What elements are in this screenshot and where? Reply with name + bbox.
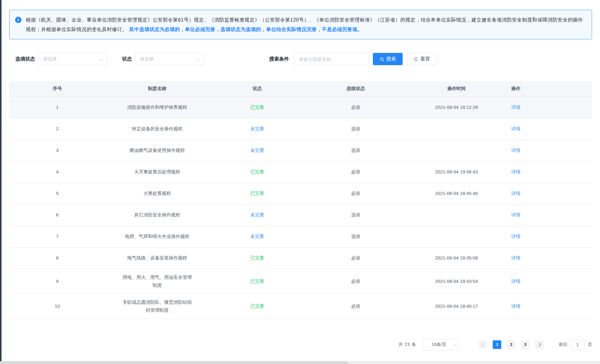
page-size-value: 10条/页 [432,342,446,347]
detail-link[interactable]: 详情 [511,191,520,196]
page-button[interactable]: 2 [507,340,515,349]
row-fill: 选填 [305,226,406,247]
detail-link[interactable]: 详情 [511,279,520,284]
detail-link[interactable]: 详情 [511,234,520,239]
goto-label: 前往 [559,342,567,347]
goto-input[interactable] [570,340,585,350]
row-index: 6 [9,204,105,226]
goto-page: 前往 页 [559,340,592,350]
column-header-fill: 选填状态 [305,81,406,97]
scrollbar-thumb[interactable] [0,361,348,364]
row-fill: 选填 [305,204,406,226]
table-row: 9 用电、用火、用气、用油安全管理制度 已完善 必填 2021-06-04 19… [9,269,592,294]
fill-status-label: 选填状态 [15,56,35,62]
row-fill: 必填 [305,294,406,318]
row-fill: 必填 [305,183,406,204]
table-row: 2 特定设备的安全操作规程 未完善 选填 详情 [9,118,592,140]
table-body: 1 消防设施操作和维护保养规程 已完善 必填 2021-06-04 18:12:… [9,97,592,318]
row-name: 电焊、气焊和明火作业操作规程 [105,226,209,247]
row-status: 已完善 [209,269,305,294]
row-time: 2021-06-04 19:56:43 [406,161,507,183]
detail-link[interactable]: 详情 [511,105,520,110]
row-fill: 必填 [305,97,406,118]
column-header-name: 制度名称 [105,81,209,97]
table-row: 3 燃油燃气设备使用操作规程 未完善 选填 详情 [9,140,592,161]
table-row: 7 电焊、气焊和明火作业操作规程 未完善 选填 详情 [9,226,592,247]
chevron-down-icon [196,57,199,60]
banner-text-highlight: 其中选填状态为必填的，单位必须完善，选填状态为选填的，单位结合实际情况完善，不是… [129,27,362,32]
main-content: i 根据《机关、团体、企业、事业单位消防安全管理规定》公安部令第61号）规定、《… [9,10,592,350]
row-name: 火灾事故善后处理规程 [105,161,209,183]
row-name: 专职或志愿消防队、微型消防站组织管理制度 [105,294,209,318]
row-name: 火警处置规程 [105,183,209,204]
search-label: 搜索条件 [269,56,289,62]
detail-link[interactable]: 详情 [511,255,520,260]
status-select[interactable]: 请选择 [135,53,204,65]
status-select-value: 请选择 [140,56,154,62]
row-index: 1 [9,97,105,118]
row-time: 2021-06-04 19:43:54 [406,269,507,294]
next-page-button[interactable] [535,340,544,349]
row-index: 2 [9,118,105,140]
info-icon: i [15,17,22,23]
detail-link[interactable]: 详情 [511,212,520,217]
row-name: 消防设施操作和维护保养规程 [105,97,209,118]
column-header-index: 序号 [9,81,105,97]
row-status: 已完善 [209,294,305,318]
row-index: 5 [9,183,105,204]
chevron-right-icon [537,343,541,346]
detail-link[interactable]: 详情 [511,303,520,309]
detail-link[interactable]: 详情 [511,169,520,174]
pager: 123 [476,340,547,349]
row-status: 未完善 [209,140,305,161]
institution-table: 序号 制度名称 状态 选填状态 操作时间 操作 1 消防设施操作和维护保养规程 … [9,81,592,319]
row-status: 已完善 [209,247,305,269]
pagination-bar: 共 23 条 10条/页 123 前往 页 [9,339,592,350]
table-row: 6 其它消防安全操作规程 未完善 选填 详情 [9,204,592,226]
row-status: 已完善 [209,161,305,183]
search-button[interactable]: 搜索 [373,53,403,65]
reset-button-label: 重置 [420,56,430,62]
table-row: 8 电气线路、设备安装操作规程 已完善 必填 2021-06-04 19:35:… [9,247,592,269]
prev-page-button[interactable] [479,340,487,349]
filter-bar: 选填状态 请选择 状态 请选择 搜索条件 搜索 重置 [9,53,592,65]
row-time [406,118,507,140]
row-index: 7 [9,226,105,247]
column-header-time: 操作时间 [406,81,507,97]
horizontal-scrollbar[interactable] [0,361,600,364]
page-size-select[interactable]: 10条/页 [423,339,459,350]
row-time: 2021-06-04 18:40:17 [406,294,507,318]
banner-text: 根据《机关、团体、企业、事业单位消防安全管理规定》公安部令第61号）规定、《消防… [26,15,585,34]
detail-link[interactable]: 详情 [511,148,520,153]
row-time: 2021-06-04 18:45:46 [406,183,507,204]
goto-unit: 页 [588,342,592,347]
row-name: 其它消防安全操作规程 [105,204,209,226]
row-time [406,226,507,247]
row-index: 9 [9,269,105,294]
fill-status-select[interactable]: 请选择 [38,53,107,65]
row-time: 2021-06-04 19:35:08 [406,247,507,269]
row-fill: 选填 [305,140,406,161]
row-fill: 必填 [305,247,406,269]
chevron-down-icon [99,57,103,60]
row-name: 电气线路、设备安装操作规程 [105,247,209,269]
fill-status-select-value: 请选择 [43,56,57,62]
page-button[interactable]: 1 [493,340,501,349]
table-row: 10 专职或志愿消防队、微型消防站组织管理制度 已完善 必填 2021-06-0… [9,294,592,318]
page-button[interactable]: 3 [521,340,530,349]
search-button-label: 搜索 [386,56,396,62]
row-name: 特定设备的安全操作规程 [105,118,209,140]
row-index: 3 [9,140,105,161]
search-input[interactable] [294,53,369,65]
row-fill: 必填 [305,161,406,183]
detail-link[interactable]: 详情 [511,126,520,131]
row-status: 未完善 [209,118,305,140]
column-header-status: 状态 [209,81,305,97]
reset-button[interactable]: 重置 [407,53,437,65]
row-fill: 选填 [305,118,406,140]
row-time: 2021-06-04 18:12:28 [406,97,507,118]
row-status: 未完善 [209,226,305,247]
row-index: 4 [9,161,105,183]
table-row: 4 火灾事故善后处理规程 已完善 必填 2021-06-04 19:56:43 … [9,161,592,183]
chevron-down-icon [453,343,456,346]
